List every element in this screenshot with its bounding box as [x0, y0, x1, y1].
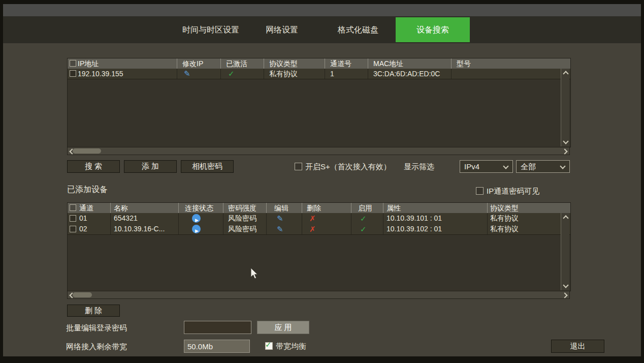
scroll-down-icon[interactable]: [563, 282, 568, 288]
add-button[interactable]: 添 加: [124, 160, 177, 173]
enable-splus-checkbox[interactable]: [295, 163, 302, 170]
cell-password-strength: 风险密码: [223, 224, 256, 234]
search-table-header: IP地址 修改IP 已激活 协议类型 通道号 MAC地址 型号: [68, 58, 570, 69]
col-enable: 启用: [351, 203, 372, 213]
scroll-down-icon[interactable]: [563, 138, 568, 144]
col-delete: 删除: [302, 203, 321, 213]
select-all-checkbox[interactable]: [70, 204, 76, 211]
col-protocol-type: 协议类型: [487, 203, 519, 213]
row-checkbox[interactable]: [70, 215, 76, 222]
batch-password-label: 批量编辑登录密码: [66, 323, 127, 333]
ip-version-value: IPv4: [464, 161, 479, 172]
col-attribute: 属性: [383, 203, 401, 213]
col-edit: 编辑: [266, 203, 288, 213]
delete-button[interactable]: 删 除: [67, 305, 120, 317]
delete-x-icon[interactable]: ✗: [309, 213, 316, 224]
row-checkbox[interactable]: [70, 70, 76, 77]
edit-pencil-icon[interactable]: ✎: [277, 213, 283, 224]
cell-delete: ✗: [302, 224, 351, 234]
cell-modify-ip: ✎: [177, 69, 221, 79]
cell-edit: ✎: [266, 213, 302, 224]
edit-pencil-icon[interactable]: ✎: [184, 69, 190, 79]
exit-button[interactable]: 退出: [551, 340, 604, 353]
search-table-vscrollbar[interactable]: [561, 69, 569, 146]
mouse-cursor: [250, 267, 259, 280]
cell-protocol: 私有协议: [264, 69, 298, 79]
scroll-right-icon[interactable]: [562, 292, 567, 298]
col-password-strength: 密码强度: [223, 203, 256, 213]
added-devices-title: 已添加设备: [67, 185, 108, 195]
chevron-down-icon: [560, 163, 565, 169]
scroll-right-icon[interactable]: [562, 148, 567, 154]
search-table-hscrollbar[interactable]: [67, 147, 570, 155]
col-activated: 已激活: [220, 58, 247, 69]
ip-channel-password-visible-label: IP通道密码可见: [487, 187, 539, 196]
bandwidth-input[interactable]: [184, 340, 250, 353]
added-device-row[interactable]: 02 10.10.39.16-C... ▶ 风险密码 ✎ ✗ ✓ 10.10.3…: [68, 224, 570, 235]
col-channel-no: 通道号: [325, 58, 351, 69]
cell-name: 10.10.39.16-C...: [110, 224, 165, 234]
cell-activated: ✓: [220, 69, 264, 79]
ip-version-dropdown[interactable]: IPv4: [460, 160, 513, 173]
cell-attribute: 10.10.39.101 : 01: [383, 213, 442, 224]
cell-name: 654321: [110, 213, 138, 224]
device-search-window: 时间与时区设置 网络设置 格式化磁盘 设备搜索 IP地址 修改IP 已激活 协议…: [0, 0, 644, 363]
hscroll-thumb[interactable]: [73, 292, 92, 297]
tab-device-search[interactable]: 设备搜索: [396, 17, 470, 42]
scroll-up-icon[interactable]: [563, 215, 568, 221]
cell-ip: 192.10.39.155: [78, 69, 123, 79]
activated-check-icon: ✓: [228, 69, 235, 79]
scroll-up-icon[interactable]: [563, 71, 568, 76]
batch-password-input[interactable]: [184, 321, 251, 334]
search-button[interactable]: 搜 索: [67, 160, 120, 173]
col-modify-ip: 修改IP: [177, 58, 203, 69]
added-table-hscrollbar[interactable]: [67, 291, 570, 299]
cell-connection: ▶: [178, 224, 223, 234]
added-devices-table: 通道 名称 连接状态 密码强度 编辑 删除 启用 属性 协议类型 01 6543…: [67, 202, 571, 291]
tab-format-disk[interactable]: 格式化磁盘: [328, 16, 389, 43]
cell-enable: ✓: [351, 213, 383, 224]
connect-play-icon[interactable]: ▶: [192, 214, 201, 223]
search-table-row[interactable]: 192.10.39.155 ✎ ✓ 私有协议 1 3C:DA:6D:AD:ED:…: [68, 69, 570, 79]
enable-check-icon[interactable]: ✓: [360, 224, 367, 234]
select-all-checkbox[interactable]: [70, 60, 76, 67]
cell-channel: 01: [79, 213, 87, 224]
added-table-vscrollbar[interactable]: [561, 213, 569, 290]
hscroll-thumb[interactable]: [73, 148, 101, 154]
chevron-down-icon: [503, 163, 508, 169]
cell-model: [451, 69, 457, 79]
enable-check-icon[interactable]: ✓: [360, 213, 367, 224]
edit-pencil-icon[interactable]: ✎: [277, 224, 283, 234]
bandwidth-balance-checkbox[interactable]: ✓: [265, 342, 273, 350]
ip-channel-password-visible-checkbox[interactable]: [476, 187, 484, 195]
cell-mac: 3C:DA:6D:AD:ED:0C: [368, 69, 440, 79]
tab-time-timezone[interactable]: 时间与时区设置: [175, 16, 246, 43]
cell-edit: ✎: [266, 224, 302, 234]
camera-password-button[interactable]: 相机密码: [181, 160, 234, 173]
bandwidth-label: 网络接入剩余带宽: [66, 342, 127, 352]
scope-dropdown[interactable]: 全部: [516, 160, 570, 173]
titlebar-strip: [3, 4, 641, 16]
apply-button[interactable]: 应 用: [257, 321, 309, 334]
bandwidth-balance-label: 带宽均衡: [276, 342, 306, 351]
col-name: 名称: [110, 203, 128, 213]
tab-network[interactable]: 网络设置: [256, 16, 307, 43]
col-model: 型号: [451, 58, 471, 69]
cell-password-strength: 风险密码: [223, 213, 256, 224]
connect-play-icon[interactable]: ▶: [192, 225, 201, 233]
cell-protocol: 私有协议: [487, 213, 519, 224]
row-checkbox[interactable]: [70, 226, 76, 232]
added-device-row[interactable]: 01 654321 ▶ 风险密码 ✎ ✗ ✓ 10.10.39.101 : 01…: [68, 213, 570, 224]
col-connection-status: 连接状态: [178, 203, 213, 213]
col-mac-address: MAC地址: [368, 58, 403, 69]
delete-x-icon[interactable]: ✗: [309, 224, 316, 234]
col-protocol-type: 协议类型: [264, 58, 298, 69]
cell-attribute: 10.10.39.102 : 01: [383, 224, 442, 234]
col-ip-address: IP地址: [78, 58, 99, 69]
check-icon: ✓: [265, 341, 272, 348]
cell-channel: 1: [325, 69, 334, 79]
cell-protocol: 私有协议: [487, 224, 519, 234]
tab-bar: 时间与时区设置 网络设置 格式化磁盘 设备搜索: [3, 16, 641, 43]
cell-connection: ▶: [178, 213, 223, 224]
cell-enable: ✓: [351, 224, 383, 234]
